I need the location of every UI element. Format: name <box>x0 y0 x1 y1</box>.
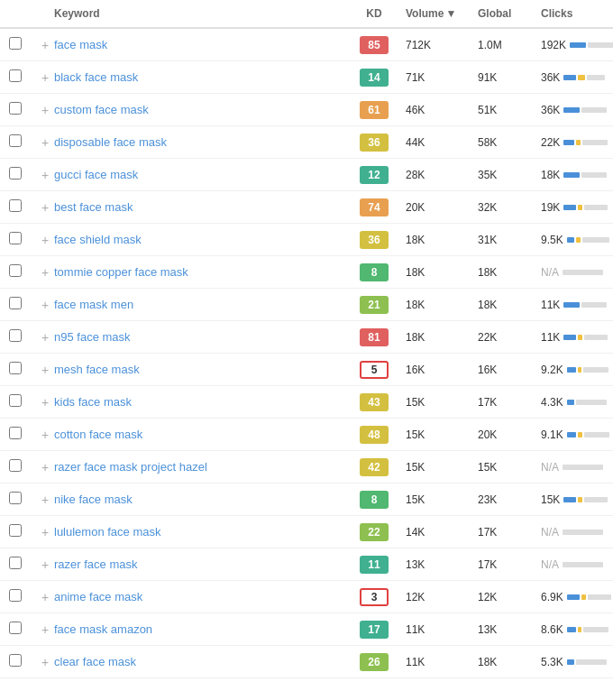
row-checkbox[interactable] <box>9 459 22 472</box>
add-keyword-button[interactable]: + <box>36 233 54 247</box>
bar-segment-yellow <box>578 205 582 210</box>
keyword-link[interactable]: nike face mask <box>54 493 133 506</box>
clicks-cell: 22K <box>541 136 604 149</box>
kd-badge-outlined: 3 <box>360 588 389 606</box>
keyword-link[interactable]: razer face mask <box>54 557 137 571</box>
keyword-link[interactable]: tommie copper face mask <box>54 265 188 279</box>
add-keyword-button[interactable]: + <box>36 622 54 637</box>
row-checkbox[interactable] <box>9 69 22 82</box>
clicks-cell: 15K <box>541 493 604 506</box>
add-keyword-button[interactable]: + <box>36 200 54 215</box>
clicks-value: 4.3K <box>541 396 563 409</box>
add-keyword-button[interactable]: + <box>36 103 54 117</box>
row-checkbox[interactable] <box>9 622 22 634</box>
row-checkbox[interactable] <box>9 102 22 115</box>
table-row: +face mask amazon1711K13K8.6K <box>0 613 613 646</box>
keyword-link[interactable]: best face mask <box>54 200 133 214</box>
row-checkbox[interactable] <box>9 654 22 667</box>
bar-segment-yellow <box>578 497 582 502</box>
keyword-link[interactable]: face mask amazon <box>54 622 152 636</box>
add-keyword-button[interactable]: + <box>36 330 54 345</box>
volume-cell: 11K <box>406 623 478 636</box>
keyword-link[interactable]: face mask <box>54 38 107 51</box>
keyword-link[interactable]: black face mask <box>54 70 138 84</box>
table-row: +face mask men2118K18K11K <box>0 289 613 321</box>
volume-cell: 28K <box>406 169 478 181</box>
keyword-link[interactable]: face mask men <box>54 298 133 311</box>
add-keyword-button[interactable]: + <box>36 493 54 507</box>
bar-segment-gray <box>584 335 608 340</box>
bar-segment-blue <box>563 107 580 113</box>
add-keyword-button[interactable]: + <box>36 363 54 377</box>
row-checkbox[interactable] <box>9 557 22 569</box>
add-keyword-button[interactable]: + <box>36 70 54 85</box>
keyword-table: Keyword KD Volume ▼ Global Clicks +face … <box>0 0 613 678</box>
add-keyword-button[interactable]: + <box>36 460 54 474</box>
volume-cell: 712K <box>406 39 478 51</box>
add-keyword-button[interactable]: + <box>36 38 54 52</box>
global-cell: 17K <box>478 396 541 409</box>
keyword-link[interactable]: lululemon face mask <box>54 525 161 539</box>
row-checkbox[interactable] <box>9 264 22 277</box>
kd-badge: 14 <box>360 69 389 87</box>
table-row: +mesh face mask516K16K9.2K <box>0 354 613 386</box>
kd-badge: 8 <box>360 491 389 509</box>
add-keyword-button[interactable]: + <box>36 525 54 539</box>
keyword-link[interactable]: cotton face mask <box>54 428 142 441</box>
bar-segment-blue <box>570 42 586 48</box>
add-keyword-button[interactable]: + <box>36 428 54 442</box>
bar-segment-gray <box>583 367 608 373</box>
add-keyword-button[interactable]: + <box>36 655 54 669</box>
add-keyword-button[interactable]: + <box>36 298 54 312</box>
keyword-link[interactable]: razer face mask project hazel <box>54 460 207 474</box>
table-row: +custom face mask6146K51K36K <box>0 94 613 126</box>
row-checkbox[interactable] <box>9 524 22 537</box>
table-row: +cotton face mask4815K20K9.1K <box>0 419 613 451</box>
click-bar <box>567 432 609 438</box>
add-keyword-button[interactable]: + <box>36 168 54 182</box>
bar-segment-gray <box>583 627 608 632</box>
row-checkbox[interactable] <box>9 232 22 244</box>
keyword-link[interactable]: mesh face mask <box>54 363 140 376</box>
keyword-link[interactable]: gucci face mask <box>54 168 138 181</box>
row-checkbox[interactable] <box>9 427 22 439</box>
bar-segment-yellow <box>581 594 586 600</box>
add-keyword-button[interactable]: + <box>36 557 54 572</box>
bar-segment-gray <box>588 594 611 600</box>
click-bar <box>563 205 608 210</box>
keyword-link[interactable]: face shield mask <box>54 233 142 246</box>
row-checkbox[interactable] <box>9 134 22 147</box>
row-checkbox[interactable] <box>9 329 22 342</box>
click-bar <box>567 367 608 373</box>
keyword-link[interactable]: custom face mask <box>54 103 149 116</box>
bar-segment-blue <box>563 205 576 210</box>
click-bar <box>570 42 613 48</box>
add-keyword-button[interactable]: + <box>36 265 54 280</box>
keyword-link[interactable]: disposable face mask <box>54 135 167 149</box>
row-checkbox[interactable] <box>9 37 22 50</box>
row-checkbox[interactable] <box>9 589 22 602</box>
add-keyword-button[interactable]: + <box>36 135 54 150</box>
header-volume[interactable]: Volume ▼ <box>406 7 478 20</box>
bar-segment-gray <box>582 140 608 145</box>
row-checkbox[interactable] <box>9 492 22 504</box>
add-keyword-button[interactable]: + <box>36 395 54 410</box>
clicks-cell: 6.9K <box>541 591 604 603</box>
keyword-link[interactable]: kids face mask <box>54 395 132 409</box>
bar-segment-blue <box>567 432 576 438</box>
click-bar <box>563 530 604 535</box>
add-keyword-button[interactable]: + <box>36 590 54 604</box>
keyword-link[interactable]: clear face mask <box>54 655 136 668</box>
row-checkbox[interactable] <box>9 167 22 180</box>
row-checkbox[interactable] <box>9 297 22 309</box>
clicks-value: 22K <box>541 136 560 149</box>
keyword-link[interactable]: n95 face mask <box>54 330 131 344</box>
row-checkbox[interactable] <box>9 199 22 212</box>
row-checkbox[interactable] <box>9 362 22 374</box>
bar-segment-blue <box>563 497 576 502</box>
bar-segment-gray <box>584 497 608 502</box>
row-checkbox[interactable] <box>9 394 22 407</box>
bar-segment-yellow <box>578 75 585 80</box>
keyword-link[interactable]: anime face mask <box>54 590 142 603</box>
kd-badge: 36 <box>360 134 389 152</box>
